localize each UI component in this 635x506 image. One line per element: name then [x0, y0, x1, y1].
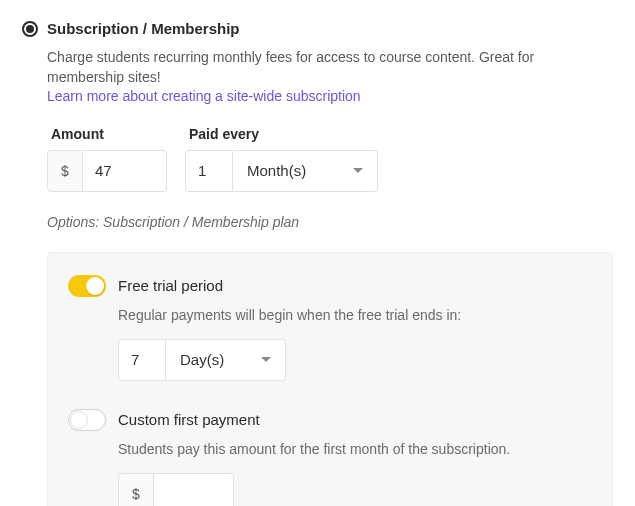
paid-every-unit-label: Month(s)	[247, 162, 306, 179]
custom-first-section: Custom first payment Students pay this a…	[68, 409, 592, 506]
free-trial-unit-select[interactable]: Day(s)	[166, 339, 286, 381]
section-content: Charge students recurring monthly fees f…	[47, 47, 613, 506]
toggle-knob-icon	[70, 411, 88, 429]
radio-dot-icon	[26, 25, 34, 33]
currency-symbol: $	[47, 150, 83, 192]
paid-every-value[interactable]	[185, 150, 233, 192]
custom-first-input[interactable]	[154, 473, 234, 506]
free-trial-toggle[interactable]	[68, 275, 106, 297]
custom-first-sub: Students pay this amount for the first m…	[118, 439, 592, 506]
custom-first-label: Custom first payment	[118, 411, 260, 428]
custom-first-toggle-row: Custom first payment	[68, 409, 592, 431]
section-title: Subscription / Membership	[47, 20, 240, 37]
options-caption: Options: Subscription / Membership plan	[47, 214, 613, 230]
chevron-down-icon	[353, 168, 363, 173]
currency-symbol: $	[118, 473, 154, 506]
amount-input-group: $	[47, 150, 167, 192]
free-trial-unit-label: Day(s)	[180, 351, 224, 368]
chevron-down-icon	[261, 357, 271, 362]
amount-field: Amount $	[47, 126, 167, 192]
subscription-option-row: Subscription / Membership	[22, 20, 613, 37]
paid-every-field: Paid every Month(s)	[185, 126, 378, 192]
options-panel: Free trial period Regular payments will …	[47, 252, 613, 506]
custom-first-toggle[interactable]	[68, 409, 106, 431]
paid-every-unit-select[interactable]: Month(s)	[233, 150, 378, 192]
free-trial-desc: Regular payments will begin when the fre…	[118, 305, 592, 325]
custom-first-input-group: $	[118, 473, 592, 506]
free-trial-input-group: Day(s)	[118, 339, 592, 381]
pricing-row: Amount $ Paid every Month(s)	[47, 126, 613, 192]
free-trial-label: Free trial period	[118, 277, 223, 294]
paid-every-label: Paid every	[185, 126, 378, 142]
paid-every-input-group: Month(s)	[185, 150, 378, 192]
learn-more-link[interactable]: Learn more about creating a site-wide su…	[47, 88, 361, 104]
amount-label: Amount	[47, 126, 167, 142]
section-description: Charge students recurring monthly fees f…	[47, 47, 613, 88]
free-trial-value[interactable]	[118, 339, 166, 381]
free-trial-section: Free trial period Regular payments will …	[68, 275, 592, 381]
free-trial-sub: Regular payments will begin when the fre…	[118, 305, 592, 381]
toggle-knob-icon	[86, 277, 104, 295]
radio-selected[interactable]	[22, 21, 38, 37]
amount-input[interactable]	[83, 150, 167, 192]
free-trial-toggle-row: Free trial period	[68, 275, 592, 297]
custom-first-desc: Students pay this amount for the first m…	[118, 439, 592, 459]
